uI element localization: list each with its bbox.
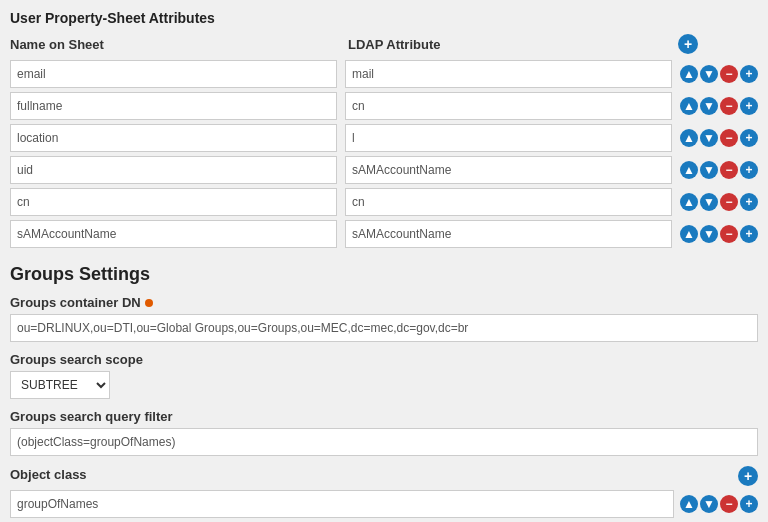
container-dn-label: Groups container DN bbox=[10, 295, 758, 310]
attr-row-actions: ▲ ▼ − + bbox=[680, 97, 758, 115]
object-class-down-button[interactable]: ▼ bbox=[700, 495, 718, 513]
attribute-row: ▲ ▼ − + bbox=[10, 156, 758, 184]
col-ldap-header: LDAP Attribute bbox=[348, 37, 670, 52]
attr-add-button[interactable]: + bbox=[740, 193, 758, 211]
attr-name-input[interactable] bbox=[10, 156, 337, 184]
object-class-label: Object class bbox=[10, 467, 87, 482]
attr-down-button[interactable]: ▼ bbox=[700, 97, 718, 115]
attribute-row: ▲ ▼ − + bbox=[10, 124, 758, 152]
attr-add-button[interactable]: + bbox=[740, 65, 758, 83]
object-class-up-button[interactable]: ▲ bbox=[680, 495, 698, 513]
attr-down-button[interactable]: ▼ bbox=[700, 65, 718, 83]
attr-remove-button[interactable]: − bbox=[720, 65, 738, 83]
attr-remove-button[interactable]: − bbox=[720, 161, 738, 179]
attr-up-button[interactable]: ▲ bbox=[680, 193, 698, 211]
attr-down-button[interactable]: ▼ bbox=[700, 193, 718, 211]
attr-remove-button[interactable]: − bbox=[720, 97, 738, 115]
attr-ldap-input[interactable] bbox=[345, 92, 672, 120]
required-indicator bbox=[145, 299, 153, 307]
attr-ldap-input[interactable] bbox=[345, 188, 672, 216]
object-class-input[interactable] bbox=[10, 490, 674, 518]
search-query-filter-input[interactable] bbox=[10, 428, 758, 456]
search-query-filter-label: Groups search query filter bbox=[10, 409, 758, 424]
attr-up-button[interactable]: ▲ bbox=[680, 161, 698, 179]
object-class-actions: ▲ ▼ − + bbox=[680, 495, 758, 513]
add-object-class-button[interactable]: + bbox=[738, 466, 758, 486]
attribute-row: ▲ ▼ − + bbox=[10, 92, 758, 120]
attr-name-input[interactable] bbox=[10, 188, 337, 216]
attr-name-input[interactable] bbox=[10, 124, 337, 152]
attribute-row: ▲ ▼ − + bbox=[10, 220, 758, 248]
user-property-sheet-section: User Property-Sheet Attributes Name on S… bbox=[10, 10, 758, 248]
attr-add-button[interactable]: + bbox=[740, 225, 758, 243]
attr-up-button[interactable]: ▲ bbox=[680, 225, 698, 243]
user-property-sheet-title: User Property-Sheet Attributes bbox=[10, 10, 758, 26]
attr-row-actions: ▲ ▼ − + bbox=[680, 225, 758, 243]
container-dn-input[interactable] bbox=[10, 314, 758, 342]
attr-row-actions: ▲ ▼ − + bbox=[680, 129, 758, 147]
col-name-header: Name on Sheet bbox=[10, 37, 332, 52]
attr-add-button[interactable]: + bbox=[740, 97, 758, 115]
attr-name-input[interactable] bbox=[10, 92, 337, 120]
search-scope-label: Groups search scope bbox=[10, 352, 758, 367]
attr-up-button[interactable]: ▲ bbox=[680, 97, 698, 115]
attr-ldap-input[interactable] bbox=[345, 124, 672, 152]
search-scope-select[interactable]: SUBTREE ONELEVEL BASE bbox=[10, 371, 110, 399]
attr-ldap-input[interactable] bbox=[345, 60, 672, 88]
attr-down-button[interactable]: ▼ bbox=[700, 225, 718, 243]
attr-add-button[interactable]: + bbox=[740, 129, 758, 147]
attribute-rows: ▲ ▼ − + ▲ ▼ − + ▲ ▼ − + bbox=[10, 60, 758, 248]
attr-remove-button[interactable]: − bbox=[720, 129, 738, 147]
groups-settings-section: Groups Settings Groups container DN Grou… bbox=[10, 264, 758, 522]
attr-add-button[interactable]: + bbox=[740, 161, 758, 179]
attr-row-actions: ▲ ▼ − + bbox=[680, 65, 758, 83]
object-class-add-button[interactable]: + bbox=[740, 495, 758, 513]
attr-up-button[interactable]: ▲ bbox=[680, 129, 698, 147]
attr-ldap-input[interactable] bbox=[345, 220, 672, 248]
attr-down-button[interactable]: ▼ bbox=[700, 129, 718, 147]
attr-remove-button[interactable]: − bbox=[720, 225, 738, 243]
attribute-row: ▲ ▼ − + bbox=[10, 60, 758, 88]
attr-row-actions: ▲ ▼ − + bbox=[680, 161, 758, 179]
object-class-row: ▲ ▼ − + bbox=[10, 490, 758, 518]
object-class-remove-button[interactable]: − bbox=[720, 495, 738, 513]
groups-settings-title: Groups Settings bbox=[10, 264, 758, 285]
add-attribute-button[interactable]: + bbox=[678, 34, 698, 54]
attr-up-button[interactable]: ▲ bbox=[680, 65, 698, 83]
attr-down-button[interactable]: ▼ bbox=[700, 161, 718, 179]
attr-remove-button[interactable]: − bbox=[720, 193, 738, 211]
attr-ldap-input[interactable] bbox=[345, 156, 672, 184]
attr-name-input[interactable] bbox=[10, 60, 337, 88]
attr-row-actions: ▲ ▼ − + bbox=[680, 193, 758, 211]
attr-name-input[interactable] bbox=[10, 220, 337, 248]
attribute-row: ▲ ▼ − + bbox=[10, 188, 758, 216]
